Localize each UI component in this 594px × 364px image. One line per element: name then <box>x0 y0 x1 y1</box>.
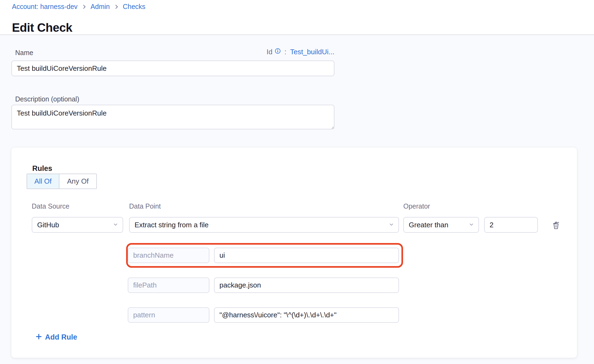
chevron-down-icon <box>389 221 394 229</box>
data-point-value: Extract string from a file <box>135 221 209 229</box>
toggle-any-of[interactable]: Any Of <box>59 174 96 189</box>
breadcrumb-checks-link[interactable]: Checks <box>123 3 145 11</box>
add-rule-label: Add Rule <box>45 333 77 341</box>
id-label: Id <box>267 48 273 56</box>
rules-match-toggle: All Of Any Of <box>27 174 97 189</box>
trash-icon <box>550 219 562 232</box>
rule-param-value-branchname[interactable] <box>214 248 399 263</box>
info-icon[interactable] <box>274 48 281 56</box>
name-label: Name <box>15 49 33 57</box>
description-label: Description (optional) <box>15 95 79 103</box>
operator-select[interactable]: Greater than <box>403 217 479 233</box>
rules-card: Rules All Of Any Of Data Source Data Poi… <box>11 148 577 358</box>
delete-rule-button[interactable] <box>550 219 562 232</box>
operator-label: Operator <box>403 202 430 210</box>
chevron-right-icon <box>114 4 119 9</box>
operator-value: Greater than <box>409 221 448 229</box>
rule-param-key-pattern[interactable] <box>128 307 209 323</box>
data-point-select[interactable]: Extract string from a file <box>129 217 399 233</box>
operator-threshold-input[interactable] <box>484 217 538 233</box>
id-value-link[interactable]: Test_buildUi... <box>290 48 334 56</box>
main-content: Name Id : Test_buildUi... Description (o… <box>0 34 594 364</box>
breadcrumb: Account: harness-dev Admin Checks <box>12 3 145 11</box>
breadcrumb-admin-link[interactable]: Admin <box>91 3 110 11</box>
rule-param-key-branchname[interactable] <box>128 248 209 263</box>
breadcrumb-account-link[interactable]: Account: harness-dev <box>12 3 78 11</box>
chevron-down-icon <box>469 221 474 229</box>
plus-icon <box>36 333 42 341</box>
rule-param-key-filepath[interactable] <box>128 277 209 293</box>
id-row: Id : Test_buildUi... <box>267 48 334 56</box>
id-colon: : <box>284 48 286 56</box>
chevron-down-icon <box>113 221 118 229</box>
page-title: Edit Check <box>12 21 72 34</box>
edit-check-page: Account: harness-dev Admin Checks Edit C… <box>0 0 594 364</box>
data-source-select[interactable]: GitHub <box>32 217 123 233</box>
rules-heading: Rules <box>32 164 52 173</box>
description-textarea[interactable]: Test buildUiCoreVersionRule <box>11 105 334 129</box>
add-rule-button[interactable]: Add Rule <box>36 333 77 341</box>
data-source-value: GitHub <box>37 221 59 229</box>
name-input[interactable] <box>11 60 334 76</box>
rule-param-value-filepath[interactable] <box>214 277 399 293</box>
data-source-label: Data Source <box>32 202 69 210</box>
chevron-right-icon <box>81 4 87 9</box>
data-point-label: Data Point <box>129 202 161 210</box>
toggle-all-of[interactable]: All Of <box>27 174 59 189</box>
rule-param-value-pattern[interactable] <box>214 307 399 323</box>
